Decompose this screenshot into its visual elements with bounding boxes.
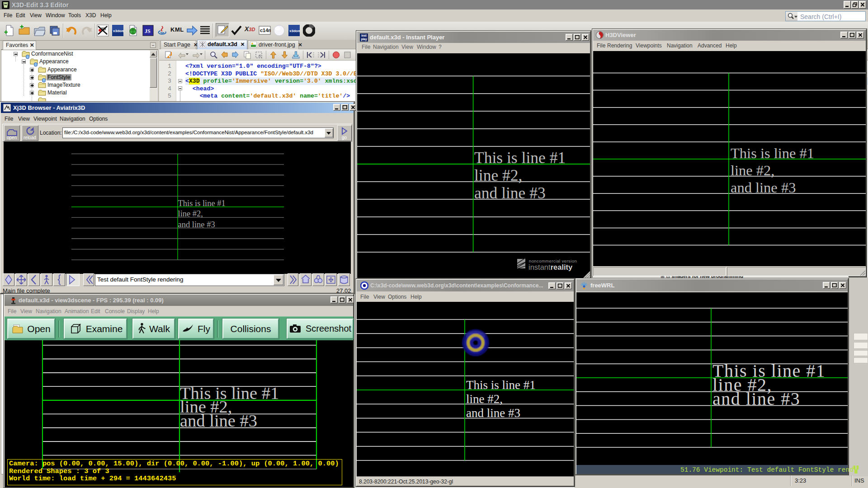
svg-text:line #2,: line #2,	[178, 209, 203, 218]
svg-text:and line #3: and line #3	[731, 179, 796, 196]
svg-text:This is line #1: This is line #1	[466, 378, 536, 392]
svg-text:x3dom: x3dom	[289, 29, 300, 33]
svg-text:line #2,: line #2,	[466, 392, 503, 406]
svg-text:instantreality: instantreality	[528, 263, 573, 271]
svg-text:and line #3: and line #3	[178, 220, 215, 229]
svg-text:and line #3: and line #3	[466, 406, 520, 420]
svg-text:This is line #1: This is line #1	[178, 199, 226, 208]
svg-text:x3dom: x3dom	[113, 29, 124, 33]
svg-text:go: go	[342, 135, 347, 140]
svg-text:c14n: c14n	[260, 28, 271, 33]
svg-text:and line #3: and line #3	[712, 389, 800, 409]
svg-text:This is line #1: This is line #1	[731, 145, 814, 161]
svg-text:and line #3: and line #3	[180, 411, 257, 430]
svg-text:line #2,: line #2,	[731, 162, 774, 178]
svg-text:open: open	[7, 135, 17, 140]
svg-text:reload: reload	[24, 135, 36, 140]
svg-text:JS: JS	[145, 28, 151, 34]
